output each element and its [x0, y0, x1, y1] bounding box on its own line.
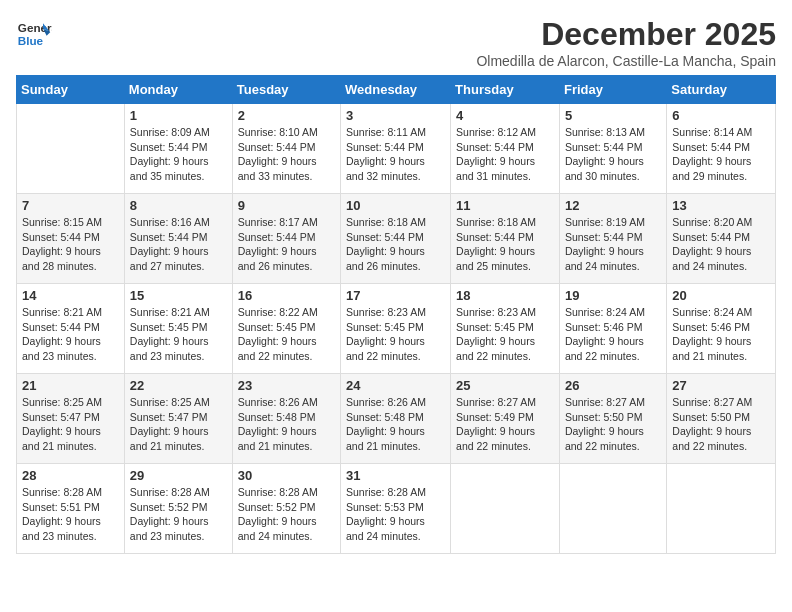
- day-info: Sunrise: 8:28 AM Sunset: 5:51 PM Dayligh…: [22, 485, 119, 544]
- page-header: General Blue December 2025 Olmedilla de …: [16, 16, 776, 69]
- day-number: 18: [456, 288, 554, 303]
- day-number: 6: [672, 108, 770, 123]
- day-number: 24: [346, 378, 445, 393]
- day-info: Sunrise: 8:24 AM Sunset: 5:46 PM Dayligh…: [672, 305, 770, 364]
- calendar-day-cell: 5Sunrise: 8:13 AM Sunset: 5:44 PM Daylig…: [559, 104, 666, 194]
- calendar-day-cell: 21Sunrise: 8:25 AM Sunset: 5:47 PM Dayli…: [17, 374, 125, 464]
- day-info: Sunrise: 8:13 AM Sunset: 5:44 PM Dayligh…: [565, 125, 661, 184]
- weekday-header: Saturday: [667, 76, 776, 104]
- calendar-day-cell: [559, 464, 666, 554]
- calendar-day-cell: 29Sunrise: 8:28 AM Sunset: 5:52 PM Dayli…: [124, 464, 232, 554]
- day-number: 15: [130, 288, 227, 303]
- day-info: Sunrise: 8:11 AM Sunset: 5:44 PM Dayligh…: [346, 125, 445, 184]
- day-number: 4: [456, 108, 554, 123]
- day-info: Sunrise: 8:16 AM Sunset: 5:44 PM Dayligh…: [130, 215, 227, 274]
- calendar-day-cell: 1Sunrise: 8:09 AM Sunset: 5:44 PM Daylig…: [124, 104, 232, 194]
- day-number: 16: [238, 288, 335, 303]
- day-number: 8: [130, 198, 227, 213]
- calendar-day-cell: 31Sunrise: 8:28 AM Sunset: 5:53 PM Dayli…: [341, 464, 451, 554]
- day-number: 10: [346, 198, 445, 213]
- weekday-header-row: SundayMondayTuesdayWednesdayThursdayFrid…: [17, 76, 776, 104]
- day-info: Sunrise: 8:12 AM Sunset: 5:44 PM Dayligh…: [456, 125, 554, 184]
- calendar-day-cell: 17Sunrise: 8:23 AM Sunset: 5:45 PM Dayli…: [341, 284, 451, 374]
- day-number: 12: [565, 198, 661, 213]
- day-info: Sunrise: 8:21 AM Sunset: 5:45 PM Dayligh…: [130, 305, 227, 364]
- calendar-day-cell: 13Sunrise: 8:20 AM Sunset: 5:44 PM Dayli…: [667, 194, 776, 284]
- calendar-table: SundayMondayTuesdayWednesdayThursdayFrid…: [16, 75, 776, 554]
- weekday-header: Friday: [559, 76, 666, 104]
- calendar-day-cell: 14Sunrise: 8:21 AM Sunset: 5:44 PM Dayli…: [17, 284, 125, 374]
- day-info: Sunrise: 8:23 AM Sunset: 5:45 PM Dayligh…: [346, 305, 445, 364]
- calendar-day-cell: 12Sunrise: 8:19 AM Sunset: 5:44 PM Dayli…: [559, 194, 666, 284]
- calendar-week-row: 21Sunrise: 8:25 AM Sunset: 5:47 PM Dayli…: [17, 374, 776, 464]
- day-number: 2: [238, 108, 335, 123]
- day-info: Sunrise: 8:26 AM Sunset: 5:48 PM Dayligh…: [346, 395, 445, 454]
- day-number: 23: [238, 378, 335, 393]
- calendar-day-cell: 6Sunrise: 8:14 AM Sunset: 5:44 PM Daylig…: [667, 104, 776, 194]
- weekday-header: Wednesday: [341, 76, 451, 104]
- calendar-day-cell: [451, 464, 560, 554]
- logo: General Blue: [16, 16, 52, 52]
- calendar-week-row: 7Sunrise: 8:15 AM Sunset: 5:44 PM Daylig…: [17, 194, 776, 284]
- day-info: Sunrise: 8:26 AM Sunset: 5:48 PM Dayligh…: [238, 395, 335, 454]
- day-number: 13: [672, 198, 770, 213]
- day-info: Sunrise: 8:19 AM Sunset: 5:44 PM Dayligh…: [565, 215, 661, 274]
- calendar-day-cell: 25Sunrise: 8:27 AM Sunset: 5:49 PM Dayli…: [451, 374, 560, 464]
- calendar-week-row: 1Sunrise: 8:09 AM Sunset: 5:44 PM Daylig…: [17, 104, 776, 194]
- calendar-day-cell: 3Sunrise: 8:11 AM Sunset: 5:44 PM Daylig…: [341, 104, 451, 194]
- day-info: Sunrise: 8:27 AM Sunset: 5:50 PM Dayligh…: [672, 395, 770, 454]
- weekday-header: Monday: [124, 76, 232, 104]
- day-number: 25: [456, 378, 554, 393]
- day-number: 1: [130, 108, 227, 123]
- day-info: Sunrise: 8:18 AM Sunset: 5:44 PM Dayligh…: [456, 215, 554, 274]
- weekday-header: Sunday: [17, 76, 125, 104]
- day-number: 22: [130, 378, 227, 393]
- day-info: Sunrise: 8:28 AM Sunset: 5:53 PM Dayligh…: [346, 485, 445, 544]
- day-number: 26: [565, 378, 661, 393]
- day-info: Sunrise: 8:24 AM Sunset: 5:46 PM Dayligh…: [565, 305, 661, 364]
- logo-icon: General Blue: [16, 16, 52, 52]
- calendar-day-cell: 24Sunrise: 8:26 AM Sunset: 5:48 PM Dayli…: [341, 374, 451, 464]
- day-number: 20: [672, 288, 770, 303]
- calendar-week-row: 28Sunrise: 8:28 AM Sunset: 5:51 PM Dayli…: [17, 464, 776, 554]
- day-info: Sunrise: 8:27 AM Sunset: 5:49 PM Dayligh…: [456, 395, 554, 454]
- day-info: Sunrise: 8:20 AM Sunset: 5:44 PM Dayligh…: [672, 215, 770, 274]
- calendar-day-cell: 23Sunrise: 8:26 AM Sunset: 5:48 PM Dayli…: [232, 374, 340, 464]
- day-info: Sunrise: 8:15 AM Sunset: 5:44 PM Dayligh…: [22, 215, 119, 274]
- calendar-week-row: 14Sunrise: 8:21 AM Sunset: 5:44 PM Dayli…: [17, 284, 776, 374]
- calendar-day-cell: 11Sunrise: 8:18 AM Sunset: 5:44 PM Dayli…: [451, 194, 560, 284]
- weekday-header: Thursday: [451, 76, 560, 104]
- calendar-day-cell: 22Sunrise: 8:25 AM Sunset: 5:47 PM Dayli…: [124, 374, 232, 464]
- calendar-day-cell: [667, 464, 776, 554]
- day-info: Sunrise: 8:17 AM Sunset: 5:44 PM Dayligh…: [238, 215, 335, 274]
- calendar-day-cell: 20Sunrise: 8:24 AM Sunset: 5:46 PM Dayli…: [667, 284, 776, 374]
- day-info: Sunrise: 8:21 AM Sunset: 5:44 PM Dayligh…: [22, 305, 119, 364]
- day-info: Sunrise: 8:25 AM Sunset: 5:47 PM Dayligh…: [130, 395, 227, 454]
- day-info: Sunrise: 8:18 AM Sunset: 5:44 PM Dayligh…: [346, 215, 445, 274]
- location-title: Olmedilla de Alarcon, Castille-La Mancha…: [476, 53, 776, 69]
- day-number: 14: [22, 288, 119, 303]
- day-info: Sunrise: 8:28 AM Sunset: 5:52 PM Dayligh…: [238, 485, 335, 544]
- svg-text:Blue: Blue: [18, 34, 44, 47]
- day-number: 28: [22, 468, 119, 483]
- calendar-day-cell: 19Sunrise: 8:24 AM Sunset: 5:46 PM Dayli…: [559, 284, 666, 374]
- calendar-day-cell: 9Sunrise: 8:17 AM Sunset: 5:44 PM Daylig…: [232, 194, 340, 284]
- day-number: 9: [238, 198, 335, 213]
- calendar-day-cell: 8Sunrise: 8:16 AM Sunset: 5:44 PM Daylig…: [124, 194, 232, 284]
- calendar-day-cell: 30Sunrise: 8:28 AM Sunset: 5:52 PM Dayli…: [232, 464, 340, 554]
- calendar-day-cell: 10Sunrise: 8:18 AM Sunset: 5:44 PM Dayli…: [341, 194, 451, 284]
- calendar-day-cell: 2Sunrise: 8:10 AM Sunset: 5:44 PM Daylig…: [232, 104, 340, 194]
- day-info: Sunrise: 8:25 AM Sunset: 5:47 PM Dayligh…: [22, 395, 119, 454]
- day-info: Sunrise: 8:28 AM Sunset: 5:52 PM Dayligh…: [130, 485, 227, 544]
- day-number: 7: [22, 198, 119, 213]
- day-number: 21: [22, 378, 119, 393]
- calendar-day-cell: 7Sunrise: 8:15 AM Sunset: 5:44 PM Daylig…: [17, 194, 125, 284]
- calendar-day-cell: 18Sunrise: 8:23 AM Sunset: 5:45 PM Dayli…: [451, 284, 560, 374]
- day-number: 3: [346, 108, 445, 123]
- month-title: December 2025: [476, 16, 776, 53]
- day-number: 31: [346, 468, 445, 483]
- calendar-day-cell: 27Sunrise: 8:27 AM Sunset: 5:50 PM Dayli…: [667, 374, 776, 464]
- title-area: December 2025 Olmedilla de Alarcon, Cast…: [476, 16, 776, 69]
- day-info: Sunrise: 8:14 AM Sunset: 5:44 PM Dayligh…: [672, 125, 770, 184]
- day-number: 11: [456, 198, 554, 213]
